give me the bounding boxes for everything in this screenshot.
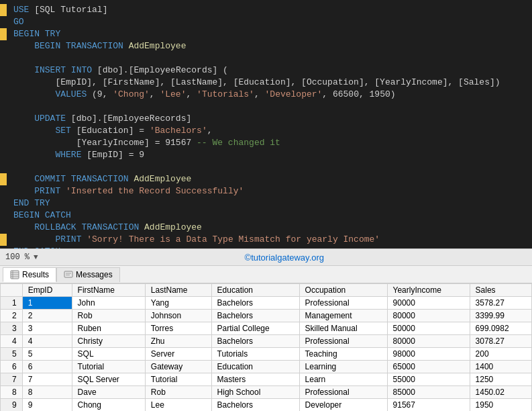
table-cell[interactable]: Rob <box>145 386 211 399</box>
table-cell[interactable]: 3 <box>22 322 72 335</box>
table-cell[interactable]: 50000 <box>387 322 470 335</box>
table-cell[interactable]: John <box>72 297 145 310</box>
table-cell[interactable]: 3578.27 <box>470 297 531 310</box>
table-cell[interactable]: Johnson <box>145 310 211 322</box>
tab-results[interactable]: Results <box>3 267 56 282</box>
table-cell[interactable]: Learn <box>299 373 387 386</box>
table-row[interactable]: 33RubenTorresPartial CollegeSkilled Manu… <box>1 322 532 335</box>
row-number: 6 <box>1 361 23 373</box>
table-cell[interactable]: Professional <box>299 297 387 310</box>
col-header-rownum <box>1 284 23 297</box>
table-row[interactable]: 99ChongLeeBachelorsDeveloper915671950 <box>1 399 532 412</box>
code-line: [EmpID], [FirstName], [LastName], [Educa… <box>0 77 532 89</box>
row-number: 4 <box>1 335 23 348</box>
table-cell[interactable]: 55000 <box>387 373 470 386</box>
line-content: BEGIN TRY <box>7 28 60 40</box>
line-content: INSERT INTO [dbo].[EmployeeRecords] ( <box>7 64 228 77</box>
tab-messages[interactable]: Messages <box>56 267 120 282</box>
table-row[interactable]: 77SQL ServerTutorialMastersLearn55000125… <box>1 373 532 386</box>
code-line: PRINT 'Sorry! There is a Data Type Misma… <box>0 234 532 246</box>
table-cell[interactable]: Bachelors <box>211 297 299 310</box>
table-cell[interactable]: Chong <box>72 399 145 412</box>
table-cell[interactable]: 91567 <box>387 399 470 412</box>
code-line: WHERE [EmpID] = 9 <box>0 149 532 161</box>
table-cell[interactable]: 6 <box>22 361 72 373</box>
table-cell[interactable]: Professional <box>299 335 387 348</box>
table-cell[interactable]: Rob <box>72 310 145 322</box>
table-cell[interactable]: 1250 <box>470 373 531 386</box>
tabs-bar: Results Messages <box>0 266 532 283</box>
table-cell[interactable]: Bachelors <box>211 399 299 412</box>
table-cell[interactable]: 5 <box>22 348 72 361</box>
table-cell[interactable]: Dave <box>72 386 145 399</box>
table-cell[interactable]: SQL <box>72 348 145 361</box>
table-cell[interactable]: Lee <box>145 399 211 412</box>
line-gutter <box>0 173 7 185</box>
table-cell[interactable]: Bachelors <box>211 310 299 322</box>
table-cell[interactable]: Bachelors <box>211 335 299 348</box>
table-cell[interactable]: 3399.99 <box>470 310 531 322</box>
table-cell[interactable]: Tutorial <box>145 373 211 386</box>
table-cell[interactable]: Partial College <box>211 322 299 335</box>
table-cell[interactable]: 85000 <box>387 386 470 399</box>
table-cell[interactable]: Server <box>145 348 211 361</box>
table-row[interactable]: 88DaveRobHigh SchoolProfessional85000145… <box>1 386 532 399</box>
line-content: PRINT 'Sorry! There is a Data Type Misma… <box>7 234 380 246</box>
table-cell[interactable]: 9 <box>22 399 72 412</box>
table-cell[interactable]: 3078.27 <box>470 335 531 348</box>
code-line: COMMIT TRANSACTION AddEmployee <box>0 173 532 185</box>
table-cell[interactable]: 1450.02 <box>470 386 531 399</box>
table-cell[interactable]: 7 <box>22 373 72 386</box>
table-cell[interactable]: Christy <box>72 335 145 348</box>
code-line: USE [SQL Tutorial] <box>0 4 532 16</box>
table-cell[interactable]: 1950 <box>470 399 531 412</box>
table-cell[interactable]: Tutorial <box>72 361 145 373</box>
table-cell[interactable]: Developer <box>299 399 387 412</box>
line-gutter <box>0 210 7 222</box>
line-gutter <box>0 137 7 149</box>
results-table: EmpID FirstName LastName Education Occup… <box>0 283 532 411</box>
line-content: PRINT 'Inserted the Record Successfully' <box>7 185 244 197</box>
table-cell[interactable]: Teaching <box>299 348 387 361</box>
toolbar-bar: 100 % ▼ ©tutorialgateway.org <box>0 248 532 266</box>
table-cell[interactable]: 80000 <box>387 335 470 348</box>
table-row[interactable]: 66TutorialGatewayEducationLearning650001… <box>1 361 532 373</box>
table-cell[interactable]: Torres <box>145 322 211 335</box>
line-content: [EmpID], [FirstName], [LastName], [Educa… <box>7 77 500 89</box>
table-cell[interactable]: SQL Server <box>72 373 145 386</box>
table-cell[interactable]: Management <box>299 310 387 322</box>
table-cell[interactable]: 8 <box>22 386 72 399</box>
table-cell[interactable]: 80000 <box>387 310 470 322</box>
table-row[interactable]: 44ChristyZhuBachelorsProfessional8000030… <box>1 335 532 348</box>
zoom-dropdown-arrow[interactable]: ▼ <box>34 253 38 261</box>
results-scroll[interactable]: EmpID FirstName LastName Education Occup… <box>0 283 532 411</box>
table-cell[interactable]: High School <box>211 386 299 399</box>
table-cell[interactable]: Masters <box>211 373 299 386</box>
table-row[interactable]: 22RobJohnsonBachelorsManagement800003399… <box>1 310 532 322</box>
table-cell[interactable]: 200 <box>470 348 531 361</box>
code-line: END CATCH <box>0 246 532 248</box>
table-cell[interactable]: Tutorials <box>211 348 299 361</box>
table-cell[interactable]: Gateway <box>145 361 211 373</box>
table-cell[interactable]: Ruben <box>72 322 145 335</box>
table-cell[interactable]: 65000 <box>387 361 470 373</box>
table-cell[interactable]: Zhu <box>145 335 211 348</box>
col-header-lastname: LastName <box>145 284 211 297</box>
table-cell[interactable]: 90000 <box>387 297 470 310</box>
table-cell[interactable]: 4 <box>22 335 72 348</box>
table-cell[interactable]: 98000 <box>387 348 470 361</box>
table-cell[interactable]: Professional <box>299 386 387 399</box>
table-row[interactable]: 55SQLServerTutorialsTeaching98000200 <box>1 348 532 361</box>
table-cell[interactable]: 699.0982 <box>470 322 531 335</box>
table-cell[interactable]: 1 <box>22 297 72 310</box>
table-cell[interactable]: Learning <box>299 361 387 373</box>
code-line: PRINT 'Inserted the Record Successfully' <box>0 185 532 197</box>
table-row[interactable]: 11JohnYangBachelorsProfessional900003578… <box>1 297 532 310</box>
table-cell[interactable]: Yang <box>145 297 211 310</box>
table-cell[interactable]: 2 <box>22 310 72 322</box>
line-content: VALUES (9, 'Chong', 'Lee', 'Tutorials', … <box>7 89 396 101</box>
line-content: ROLLBACK TRANSACTION AddEmployee <box>7 222 202 234</box>
table-cell[interactable]: Education <box>211 361 299 373</box>
table-cell[interactable]: 1400 <box>470 361 531 373</box>
table-cell[interactable]: Skilled Manual <box>299 322 387 335</box>
